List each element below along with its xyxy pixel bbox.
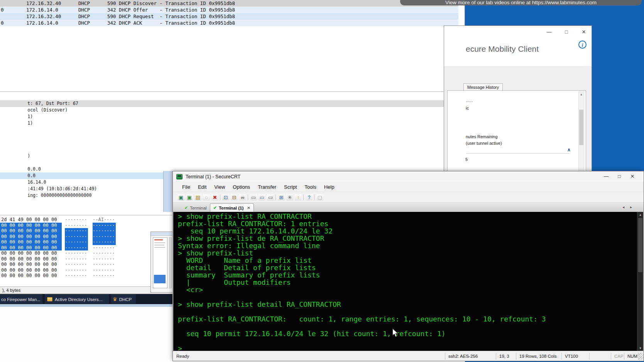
screen: 172.16.32.40 DHCP 590 DHCP Discover - Tr… bbox=[0, 0, 644, 362]
ascii-left: ········ bbox=[65, 217, 88, 223]
menu-transfer[interactable]: Transfer bbox=[254, 184, 280, 190]
packet-info: 342 DHCP Offer - Transaction ID 0x9951db… bbox=[107, 7, 458, 13]
packet-detail-text: 0.0 bbox=[27, 173, 35, 178]
menu-options[interactable]: Options bbox=[229, 184, 254, 190]
ascii-left: ········ bbox=[65, 250, 88, 256]
session-manager-icon[interactable]: ▢ bbox=[316, 194, 323, 201]
minimize-icon[interactable]: — bbox=[600, 173, 613, 180]
tab-terminal-1[interactable]: ✔ Terminal (1) ✕ bbox=[210, 203, 254, 212]
collapse-chevron-icon[interactable]: ∧ bbox=[567, 147, 571, 152]
maximize-icon[interactable]: □ bbox=[562, 29, 571, 35]
packet-detail-text: t: 67, Dst Port: 67 bbox=[27, 101, 78, 106]
status-terminal-size: 19 Rows, 108 Cols bbox=[516, 353, 561, 360]
history-fragment: 5 bbox=[465, 157, 468, 162]
packet-detail-line[interactable]: 1) bbox=[0, 113, 458, 120]
ascii-right: ········ bbox=[93, 262, 116, 267]
packet-detail-line[interactable] bbox=[0, 133, 458, 140]
connected-check-icon: ✔ bbox=[184, 205, 188, 210]
session-options-icon[interactable]: ⊞ bbox=[278, 194, 285, 201]
paste-icon[interactable]: ⊟ bbox=[231, 194, 238, 201]
taskbar-item-firepower[interactable]: co Firepower Man... bbox=[0, 294, 42, 304]
scrollbar-thumb[interactable] bbox=[579, 110, 583, 145]
minimize-icon[interactable]: — bbox=[544, 29, 554, 35]
menu-edit[interactable]: Edit bbox=[194, 184, 210, 190]
taskbar-item-dhcp[interactable]: ♛ DHCP bbox=[111, 294, 136, 304]
packet-no-fragment: 0 bbox=[0, 20, 26, 26]
securecrt-titlebar[interactable]: Terminal (1) - SecureCRT — □ ✕ bbox=[173, 171, 644, 182]
menu-script[interactable]: Script bbox=[280, 184, 301, 190]
scroll-up-icon[interactable]: ▴ bbox=[637, 212, 643, 217]
tab-scroll-arrows[interactable]: ◂ ▸ bbox=[622, 205, 634, 209]
packet-detail-text: ing: 0000000000000000000 bbox=[27, 193, 91, 198]
keygen-icon[interactable]: ↑ bbox=[295, 194, 302, 201]
help-icon[interactable]: ? bbox=[306, 194, 313, 201]
packet-detail-line[interactable] bbox=[0, 153, 458, 159]
status-cipher: ssh2: AES-256 bbox=[445, 353, 496, 360]
terminal-scrollbar[interactable]: ▴ ▾ bbox=[637, 212, 643, 351]
tab-terminal[interactable]: ✔ Terminal bbox=[181, 204, 210, 212]
tab-message-history[interactable]: Message History bbox=[463, 83, 503, 91]
ascii-right: ········ bbox=[93, 245, 116, 251]
history-fragment: ····· bbox=[466, 99, 473, 104]
scroll-down-icon[interactable]: ▾ bbox=[637, 345, 643, 351]
packet-detail-line[interactable]: 0.0.0 bbox=[0, 159, 458, 166]
copy-icon[interactable]: ⊡ bbox=[222, 194, 229, 201]
packet-source: 172.16.14.0 bbox=[26, 20, 78, 26]
packet-no-fragment: 0 bbox=[0, 7, 26, 13]
packet-row[interactable]: 0 172.16.14.0 DHCP 342 DHCP Offer - Tran… bbox=[0, 7, 458, 13]
menu-help[interactable]: Help bbox=[320, 184, 338, 190]
packet-row[interactable]: 172.16.32.40 DHCP 590 DHCP Discover - Tr… bbox=[0, 0, 458, 7]
thumbnail-scrollbar[interactable] bbox=[169, 237, 172, 288]
reconnect-icon[interactable]: ◌ bbox=[203, 194, 210, 201]
tab-label: Terminal (1) bbox=[219, 206, 243, 210]
print-preview-icon[interactable]: ▭ bbox=[267, 194, 274, 201]
labminutes-banner: View more of our lab videos online at ht… bbox=[400, 0, 642, 5]
quick-connect-icon[interactable]: ▣ bbox=[186, 194, 193, 201]
tab-close-icon[interactable]: ✕ bbox=[247, 206, 250, 210]
packet-row[interactable]: 172.16.32.40 DHCP 590 DHCP Request - Tra… bbox=[0, 13, 458, 20]
menu-tools[interactable]: Tools bbox=[301, 184, 320, 190]
info-icon[interactable]: i bbox=[578, 41, 587, 49]
print-setup-icon[interactable]: ▭ bbox=[259, 194, 265, 201]
ascii-left: ········ bbox=[65, 273, 88, 279]
scrollbar-thumb[interactable] bbox=[638, 218, 642, 272]
find-icon[interactable]: ∞ bbox=[239, 194, 246, 201]
mouse-cursor bbox=[392, 328, 399, 339]
global-options-icon[interactable]: ✳ bbox=[286, 194, 293, 201]
background-window[interactable] bbox=[150, 232, 173, 293]
packet-detail-line[interactable] bbox=[0, 127, 458, 133]
history-fragment: ic bbox=[466, 106, 469, 110]
scroll-up-icon[interactable]: ▴ bbox=[579, 92, 584, 97]
hex-bytes: 2d 41 49 00 00 00 00 bbox=[0, 217, 62, 223]
packet-detail-line[interactable]: t: 67, Dst Port: 67 bbox=[0, 94, 458, 100]
packet-detail-line[interactable]: ) bbox=[0, 146, 458, 153]
close-icon[interactable]: ✕ bbox=[626, 173, 639, 180]
packet-detail-line[interactable] bbox=[0, 140, 458, 146]
menu-view[interactable]: View bbox=[210, 184, 229, 190]
ascii-left: ········ bbox=[65, 245, 88, 251]
taskbar-item-label: Active Directory Users... bbox=[55, 297, 102, 302]
taskbar-item-active-directory[interactable]: Active Directory Users... bbox=[45, 294, 109, 304]
dhcp-app-icon: ♛ bbox=[113, 296, 117, 302]
ascii-left: ········ bbox=[65, 228, 88, 234]
maximize-icon[interactable]: □ bbox=[613, 173, 626, 180]
connect-icon[interactable]: ▣ bbox=[177, 194, 184, 201]
packet-source: 172.16.32.40 bbox=[26, 0, 78, 7]
packet-protocol: DHCP bbox=[78, 20, 107, 26]
packet-protocol: DHCP bbox=[78, 0, 107, 7]
connect-tab-icon[interactable]: ▤ bbox=[194, 194, 201, 201]
menu-file[interactable]: File bbox=[178, 184, 194, 190]
terminal-screen[interactable]: > show prefix-list RA_CONTRACTOR prefix-… bbox=[173, 212, 643, 351]
packet-row[interactable]: 0 172.16.14.0 DHCP 342 DHCP ACK - Transa… bbox=[0, 20, 458, 26]
ascii-right: ········ bbox=[93, 234, 116, 240]
packet-detail-line[interactable]: 1) bbox=[0, 107, 458, 113]
securecrt-app-icon bbox=[176, 174, 183, 179]
resize-grip[interactable] bbox=[638, 353, 644, 360]
print-icon[interactable]: ▭ bbox=[250, 194, 257, 201]
history-fragment: (user tunnel active) bbox=[466, 141, 502, 145]
disconnect-icon[interactable]: ✖ bbox=[211, 194, 218, 201]
taskbar-item-label: co Firepower Man... bbox=[1, 297, 41, 302]
packet-detail-line[interactable] bbox=[0, 120, 458, 127]
packet-detail-text: 0.0.0 bbox=[27, 166, 41, 172]
close-icon[interactable]: ✕ bbox=[579, 29, 588, 35]
